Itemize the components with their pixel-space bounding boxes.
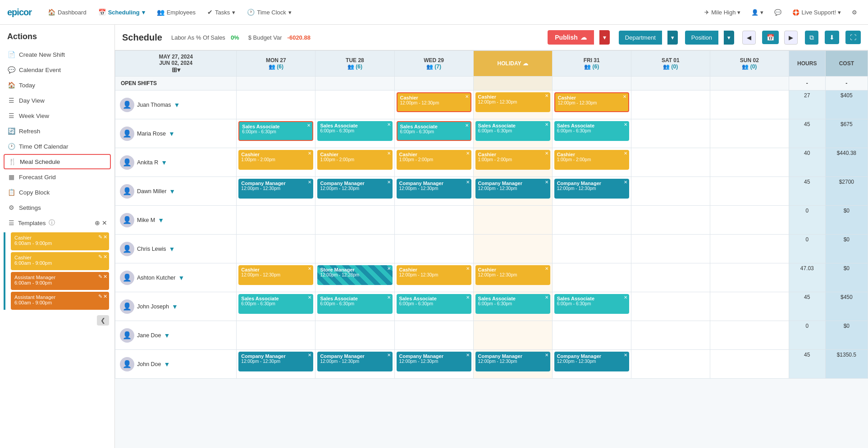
ashton-sat[interactable] (631, 263, 710, 292)
chris-mon[interactable] (237, 235, 315, 263)
ashton-mon[interactable]: ✕ Cashier 12:00pm - 12:30pm (237, 263, 315, 292)
nav-messages[interactable]: 💬 (771, 7, 785, 18)
close-icon[interactable]: ✕ (466, 266, 470, 271)
list-item[interactable]: ✕ Sales Associate 6:00pm - 6:30pm (238, 121, 313, 141)
publish-button[interactable]: Publish ☁ (548, 30, 594, 45)
close-icon[interactable]: ✕ (545, 266, 548, 271)
close-icon[interactable]: ✕ (545, 353, 548, 357)
close-icon[interactable]: ✕ (545, 295, 548, 300)
emp-expand-dawn[interactable]: ▼ (169, 188, 175, 195)
department-button[interactable]: Department (619, 31, 662, 45)
list-item[interactable]: ✕ Sales Associate 6:00pm - 6:30pm (554, 294, 629, 314)
johndoe-thu[interactable]: ✕ Company Manager 12:00pm - 12:30pm (473, 350, 552, 379)
chris-sat[interactable] (631, 235, 710, 263)
template-delete-icon-3[interactable]: ✕ (103, 274, 107, 280)
ashton-fri[interactable] (552, 263, 631, 292)
chris-wed[interactable] (394, 235, 473, 263)
chris-sun[interactable] (710, 235, 789, 263)
johndoe-sat[interactable] (631, 350, 710, 379)
juan-mon[interactable] (237, 91, 315, 119)
close-icon[interactable]: ✕ (387, 180, 391, 185)
nav-employees[interactable]: 👥 Employees (152, 6, 200, 18)
list-item[interactable]: ✕ Sales Associate 6:00pm - 6:30pm (317, 121, 392, 141)
nav-milehigh[interactable]: ✈ Mile High ▾ (701, 7, 744, 18)
sidebar-item-refresh[interactable]: 🔄 Refresh (0, 123, 114, 139)
dawn-mon[interactable]: ✕ Company Manager 12:00pm - 12:30pm (237, 177, 315, 206)
nav-scheduling[interactable]: 📅 Scheduling ▾ (94, 6, 150, 18)
emp-expand-janedoe[interactable]: ▼ (164, 332, 170, 339)
close-icon[interactable]: ✕ (624, 295, 627, 300)
prev-week-button[interactable]: ◀ (742, 31, 756, 45)
list-item[interactable]: ✕ Company Manager 12:00pm - 12:30pm (317, 352, 392, 371)
list-item[interactable]: ✕ Company Manager 12:00pm - 12:30pm (238, 179, 313, 199)
juan-sun[interactable] (710, 91, 789, 119)
list-item[interactable]: ✕ Cashier 12:00pm - 12:30pm (397, 92, 471, 112)
maria-sat[interactable] (631, 119, 710, 148)
template-delete-icon[interactable]: ✕ (103, 234, 107, 240)
dawn-sun[interactable] (710, 177, 789, 206)
janedoe-thu[interactable] (473, 321, 552, 350)
sidebar-item-copy-block[interactable]: 📋 Copy Block (0, 185, 114, 200)
sidebar-item-meal-schedule[interactable]: 🍴 Meal Schedule (4, 154, 111, 169)
close-icon[interactable]: ✕ (624, 151, 627, 156)
close-icon[interactable]: ✕ (387, 295, 391, 300)
ashton-thu[interactable]: ✕ Cashier 12:00pm - 12:30pm (473, 263, 552, 292)
johndoe-sun[interactable] (710, 350, 789, 379)
close-icon[interactable]: ✕ (387, 353, 391, 357)
johndoe-mon[interactable]: ✕ Company Manager 12:00pm - 12:30pm (237, 350, 315, 379)
dawn-thu[interactable]: ✕ Company Manager 12:00pm - 12:30pm (473, 177, 552, 206)
sidebar-item-create-shift[interactable]: 📄 Create New Shift (0, 47, 114, 62)
ankita-fri[interactable]: ✕ Cashier 1:00pm - 2:00pm (552, 148, 631, 177)
list-item[interactable]: ✕ Company Manager 12:00pm - 12:30pm (397, 352, 471, 371)
emp-expand-johnjoseph[interactable]: ▼ (172, 303, 178, 310)
sidebar-item-time-off[interactable]: 🕐 Time Off Calendar (0, 139, 114, 154)
close-icon[interactable]: ✕ (308, 266, 311, 271)
ashton-tue[interactable]: ✕ Store Manager 12:00pm - 12:28pm (315, 263, 394, 292)
mike-sun[interactable] (710, 206, 789, 235)
next-week-button[interactable]: ▶ (784, 31, 798, 45)
mike-thu[interactable] (473, 206, 552, 235)
janedoe-fri[interactable] (552, 321, 631, 350)
johndoe-fri[interactable]: ✕ Company Manager 12:00pm - 12:30pm (552, 350, 631, 379)
maria-wed[interactable]: ✕ Sales Associate 6:00pm - 6:30pm (394, 119, 473, 148)
list-item[interactable]: ✕ Cashier 12:00pm - 12:30pm (397, 265, 471, 285)
johnjoseph-tue[interactable]: ✕ Sales Associate 6:00pm - 6:30pm (315, 292, 394, 321)
close-icon[interactable]: ✕ (545, 180, 548, 185)
janedoe-wed[interactable] (394, 321, 473, 350)
close-icon[interactable]: ✕ (624, 353, 627, 357)
list-item[interactable]: ✕ Company Manager 12:00pm - 12:30pm (317, 179, 392, 199)
emp-expand-ashton[interactable]: ▼ (178, 274, 184, 281)
sidebar-item-settings[interactable]: ⚙ Settings (0, 200, 114, 215)
close-icon[interactable]: ✕ (387, 266, 391, 271)
list-item[interactable]: ✕ Sales Associate 6:00pm - 6:30pm (475, 294, 550, 314)
juan-thu[interactable]: ✕ Cashier 12:00pm - 12:30pm (473, 91, 552, 119)
mike-wed[interactable] (394, 206, 473, 235)
ankita-sun[interactable] (710, 148, 789, 177)
list-item[interactable]: ✕ Company Manager 12:00pm - 12:30pm (554, 352, 629, 371)
nav-user[interactable]: 👤 ▾ (748, 7, 767, 18)
maria-tue[interactable]: ✕ Sales Associate 6:00pm - 6:30pm (315, 119, 394, 148)
johnjoseph-sat[interactable] (631, 292, 710, 321)
expand-button[interactable]: ⛶ (845, 31, 861, 44)
nav-settings[interactable]: ⚙ (848, 7, 861, 18)
janedoe-tue[interactable] (315, 321, 394, 350)
templates-close-icon[interactable]: ✕ (102, 219, 107, 226)
dawn-wed[interactable]: ✕ Company Manager 12:00pm - 12:30pm (394, 177, 473, 206)
emp-expand-mike[interactable]: ▼ (158, 217, 164, 224)
sidebar-item-calendar-event[interactable]: 💬 Calendar Event (0, 62, 114, 77)
sidebar-item-day-view[interactable]: ☰ Day View (0, 93, 114, 108)
close-icon[interactable]: ✕ (387, 151, 391, 156)
ashton-wed[interactable]: ✕ Cashier 12:00pm - 12:30pm (394, 263, 473, 292)
list-item[interactable]: ✕ Sales Associate 6:00pm - 6:30pm (554, 121, 629, 141)
mike-tue[interactable] (315, 206, 394, 235)
juan-tue[interactable] (315, 91, 394, 119)
list-item[interactable]: ✕ Sales Associate 6:00pm - 6:30pm (475, 121, 550, 141)
publish-dropdown-button[interactable]: ▾ (599, 30, 610, 45)
template-delete-icon-4[interactable]: ✕ (103, 294, 107, 299)
list-item[interactable]: ✕ Sales Associate 6:00pm - 6:30pm (317, 294, 392, 314)
ashton-sun[interactable] (710, 263, 789, 292)
close-icon[interactable]: ✕ (308, 180, 311, 185)
close-icon[interactable]: ✕ (466, 295, 470, 300)
list-item[interactable]: ✕ Cashier 1:00pm - 2:00pm (397, 150, 471, 170)
ankita-sat[interactable] (631, 148, 710, 177)
